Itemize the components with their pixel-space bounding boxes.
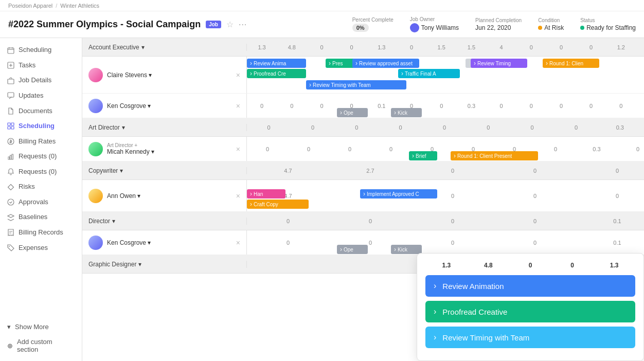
sidebar-item-scheduling-top[interactable]: Scheduling [0, 42, 82, 58]
job-owner: Job Owner Tony Williams [410, 16, 459, 32]
bar-pres[interactable]: Pres [326, 59, 356, 68]
gantt-container[interactable]: Account Executive ▾ 1.3 4.8 0 0 1.3 0 1.… [82, 38, 644, 361]
sidebar-item-billing-rates[interactable]: Billing Rates [0, 133, 82, 149]
timeline-micah: 00 00 00 00 0.30 00 04 00 Brief Round 1:… [247, 137, 644, 161]
bar-review-timing[interactable]: Review Timing [471, 59, 527, 68]
bar-implement-ann[interactable]: Implement Approved C [360, 189, 437, 198]
remove-ann-button[interactable]: × [236, 192, 240, 200]
bar-kick-ken1[interactable]: Kick [391, 108, 422, 117]
graphic-designer-dropdown-icon[interactable]: ▾ [138, 261, 141, 268]
avatar-claire [88, 68, 103, 82]
action-label-review-animation: Review Animation [442, 282, 504, 291]
avatar-ken2 [88, 236, 103, 250]
numbers-ken2: 00 00 0.10 00.3 [247, 240, 644, 246]
micah-role-label: Art Director + [107, 142, 154, 148]
bar-traffic[interactable]: Traffic Final A [398, 69, 460, 78]
svg-rect-9 [8, 123, 10, 125]
sidebar-label-updates: Updates [19, 92, 43, 99]
header-meta: Percent Complete 0% Job Owner Tony Willi… [352, 16, 636, 32]
remove-ken1-button[interactable]: × [236, 102, 240, 110]
sidebar-item-requests[interactable]: Requests (0) [0, 164, 82, 179]
role-label-director: Director [88, 218, 110, 225]
bar-review-animation[interactable]: Review Anima [247, 59, 306, 68]
sidebar-item-scheduling[interactable]: Scheduling [0, 118, 82, 134]
remove-claire-button[interactable]: × [236, 71, 240, 79]
director-dropdown-icon[interactable]: ▾ [112, 218, 115, 225]
bar-round1-micah[interactable]: Round 1: Client Present [451, 151, 538, 160]
svg-rect-8 [8, 93, 14, 97]
person-row-ken-cosgrove-1: Ken Cosgrove ▾ × 00 00 0.10 00.3 00 00 [82, 94, 644, 118]
more-options-icon[interactable]: ··· [239, 20, 247, 29]
bar-han-ann[interactable]: Han [247, 189, 285, 198]
page-title: #2022 Summer Olympics - Social Campaign [8, 19, 201, 30]
bar-review-timing-team[interactable]: Review Timing with Team [306, 80, 406, 89]
sidebar-label-baselines: Baselines [19, 213, 47, 221]
bar-proofread[interactable]: Proofread Cre [247, 69, 306, 78]
person-info-claire: Claire Stevens ▾ × [82, 57, 247, 93]
breadcrumb: Poseidon Apparel / Winter Athletics [0, 0, 644, 11]
tooltip-action-review-animation[interactable]: › Review Animation [425, 275, 635, 297]
add-custom-button[interactable]: ⊕ Add custom section [0, 334, 82, 357]
star-icon[interactable]: ☆ [226, 20, 234, 29]
status-value: Ready for Staffing [586, 24, 636, 31]
remove-ken2-button[interactable]: × [236, 239, 240, 247]
sidebar-item-baselines[interactable]: Baselines [0, 209, 82, 225]
person-name-micah: Micah Kennedy ▾ [107, 148, 154, 155]
show-more-button[interactable]: ▾ Show More [0, 319, 82, 334]
sidebar-item-job-details[interactable]: Job Details [0, 73, 82, 88]
avatar-ken1 [88, 99, 103, 113]
person-name-ken1: Ken Cosgrove ▾ [107, 102, 151, 110]
numbers-ken1: 00 00 0.10 00.3 00 00 00 00 00 00 00.2 [247, 103, 644, 109]
bell-icon [7, 168, 14, 176]
numbers-micah: 00 00 00 00 0.30 00 04 00 [247, 146, 644, 152]
svg-rect-17 [12, 154, 13, 159]
bar-ope-ken2[interactable]: Ope [337, 245, 368, 254]
job-badge: Job [206, 21, 221, 28]
sidebar-item-risks[interactable]: Risks [0, 179, 82, 194]
person-row-ann-owen: Ann Owen ▾ × 4.72.7 00 00.1 0.70.7 Han [82, 180, 644, 212]
tooltip-action-review-timing[interactable]: › Review Timing with Team [425, 327, 635, 348]
svg-rect-0 [8, 48, 14, 53]
person-row-micah-kennedy: Art Director + Micah Kennedy ▾ × 00 00 0… [82, 137, 644, 161]
sidebar-label-documents: Documents [19, 107, 52, 115]
sidebar-item-tasks[interactable]: Tasks [0, 58, 82, 73]
sidebar-item-updates[interactable]: Updates [0, 88, 82, 103]
sidebar-label-requests: Requests (0) [19, 168, 57, 175]
sidebar-item-business-case[interactable]: Requests (0) [0, 149, 82, 164]
remove-micah-button[interactable]: × [236, 145, 240, 153]
role-header-art-director: Art Director ▾ 0 0 0 0 0 0 0 0 0.3 [82, 118, 644, 137]
tooltip-action-proofread[interactable]: › Proofread Creative [425, 301, 635, 322]
bar-ope-ken1[interactable]: Ope [337, 108, 368, 117]
tooltip-numbers: 1.3 4.8 0 0 1.3 [425, 262, 635, 269]
bar-kick-ken2[interactable]: Kick [391, 245, 422, 254]
condition: Condition At Risk [538, 17, 564, 31]
add-custom-label: Add custom section [17, 338, 75, 353]
tooltip-num-5: 1.3 [593, 262, 635, 269]
copywriter-dropdown-icon[interactable]: ▾ [120, 167, 123, 174]
sidebar-item-billing-records[interactable]: Billing Records [0, 225, 82, 240]
svg-rect-7 [8, 79, 14, 84]
action-chevron-1: › [434, 281, 436, 291]
plus-icon: ⊕ [7, 342, 13, 350]
bar-brief-micah[interactable]: Brief [409, 151, 437, 160]
bar-round1-client[interactable]: Round 1: Clien [543, 59, 599, 68]
sidebar-item-documents[interactable]: Documents [0, 103, 82, 118]
chart-icon [7, 152, 14, 160]
person-name-claire: Claire Stevens ▾ [107, 71, 152, 79]
breadcrumb-company[interactable]: Poseidon Apparel [8, 3, 52, 9]
art-director-dropdown-icon[interactable]: ▾ [122, 124, 125, 131]
percent-value: 0% [352, 24, 369, 32]
owner-avatar [410, 23, 419, 32]
sidebar-item-expenses[interactable]: Expenses [0, 240, 82, 255]
role-dropdown-icon[interactable]: ▾ [141, 44, 145, 51]
circle-check-icon [7, 198, 14, 206]
status-label: Status [580, 17, 595, 23]
svg-rect-12 [11, 127, 14, 129]
timeline-ken1: 00 00 0.10 00.3 00 00 00 00 00 00 00.2 [247, 94, 644, 118]
briefcase-icon [7, 76, 14, 84]
bar-review-approved[interactable]: Review approved asset [352, 59, 419, 68]
planned-completion: Planned Completion Jun 22, 2020 [475, 17, 522, 31]
sidebar-item-approvals[interactable]: Approvals [0, 194, 82, 210]
breadcrumb-project[interactable]: Winter Athletics [60, 3, 99, 9]
bar-craft-copy[interactable]: Craft Copy [247, 200, 309, 209]
